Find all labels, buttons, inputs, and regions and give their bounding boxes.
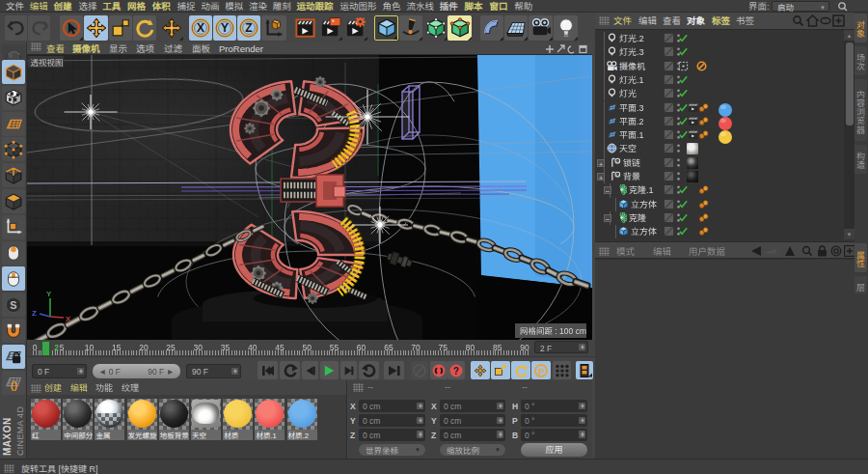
svg-text:网格间距 : 100 cm: 网格间距 : 100 cm <box>520 324 586 336</box>
svg-text:X: X <box>197 21 204 35</box>
svg-text:P: P <box>538 365 545 376</box>
svg-text:Y: Y <box>221 21 229 35</box>
svg-text:Z: Z <box>245 21 252 35</box>
svg-text:?: ? <box>453 366 459 376</box>
svg-text:透视视图: 透视视图 <box>31 56 64 68</box>
svg-text:X: X <box>66 315 71 323</box>
svg-text:S: S <box>10 299 16 311</box>
svg-text:Z: Z <box>32 309 37 318</box>
svg-text:Y: Y <box>46 290 52 298</box>
